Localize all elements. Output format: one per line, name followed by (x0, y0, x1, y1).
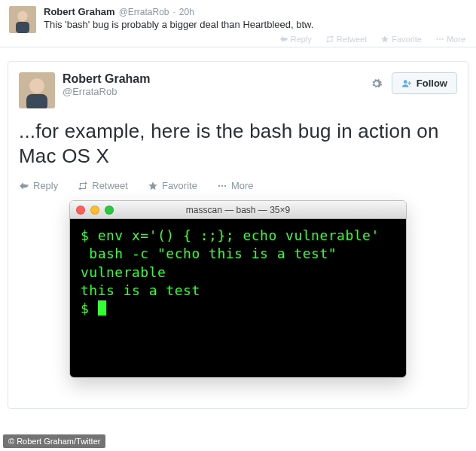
svg-point-7 (29, 78, 44, 93)
svg-point-4 (439, 38, 441, 40)
reply-icon (279, 35, 288, 44)
svg-rect-2 (16, 22, 29, 33)
retweet-icon (78, 181, 88, 191)
svg-rect-8 (26, 94, 47, 108)
author-name[interactable]: Robert Graham (44, 6, 115, 17)
reply-button[interactable]: Reply (279, 35, 312, 44)
more-button[interactable]: More (217, 180, 254, 191)
main-tweet: Robert Graham @ErrataRob Follow ...for e… (8, 61, 468, 409)
svg-point-11 (224, 184, 226, 186)
more-label: More (447, 35, 465, 44)
follow-button[interactable]: Follow (392, 72, 457, 94)
tweet-media[interactable]: masscan — bash — 35×9 $ env x='() { :;};… (69, 200, 407, 378)
terminal-cursor (98, 300, 106, 315)
retweet-label: Retweet (92, 180, 128, 191)
user-plus-icon (401, 78, 412, 89)
image-credit: © Robert Graham/Twitter (3, 434, 105, 448)
timestamp[interactable]: 20h (179, 7, 194, 17)
more-button[interactable]: More (435, 35, 465, 44)
terminal-titlebar: masscan — bash — 35×9 (70, 201, 406, 219)
parent-tweet[interactable]: Robert Graham @ErrataRob · 20h This 'bas… (0, 0, 476, 47)
avatar[interactable] (19, 72, 55, 108)
terminal-title: masscan — bash — 35×9 (70, 205, 406, 215)
reply-button[interactable]: Reply (19, 180, 58, 191)
star-icon (380, 35, 389, 44)
favorite-button[interactable]: Favorite (380, 35, 422, 44)
gear-icon[interactable] (371, 78, 383, 90)
author-name[interactable]: Robert Graham (63, 72, 150, 86)
more-label: More (231, 180, 254, 191)
terminal-body: $ env x='() { :;}; echo vulnerable' bash… (70, 219, 406, 377)
window-close-icon[interactable] (76, 206, 85, 215)
terminal-window: masscan — bash — 35×9 $ env x='() { :;};… (69, 200, 407, 378)
favorite-button[interactable]: Favorite (148, 180, 197, 191)
window-minimize-icon[interactable] (90, 206, 99, 215)
favorite-label: Favorite (392, 35, 422, 44)
favorite-label: Favorite (162, 180, 197, 191)
tweet-text: ...for example, here is the bash bug in … (19, 119, 457, 168)
dots-icon (217, 181, 227, 191)
follow-label: Follow (416, 78, 447, 89)
terminal-line: this is a test (81, 282, 200, 298)
terminal-line: vulnerable (81, 264, 166, 280)
retweet-label: Retweet (337, 35, 367, 44)
star-icon (148, 181, 158, 191)
reply-label: Reply (291, 35, 312, 44)
svg-point-3 (436, 38, 438, 40)
tweet-actions: Reply Retweet Favorite More (279, 35, 465, 44)
author-handle[interactable]: @ErrataRob (63, 86, 150, 97)
retweet-button[interactable]: Retweet (78, 180, 128, 191)
tweet-text: This 'bash' bug is probably a bigger dea… (44, 19, 467, 30)
svg-point-10 (221, 184, 223, 186)
terminal-line: $ (81, 300, 98, 316)
window-zoom-icon[interactable] (105, 206, 114, 215)
author-handle[interactable]: @ErrataRob (119, 7, 169, 17)
tweet-actions: Reply Retweet Favorite More (19, 180, 457, 191)
svg-point-5 (441, 38, 443, 40)
retweet-icon (325, 35, 334, 44)
terminal-line: $ env x='() { :;}; echo vulnerable' (81, 227, 380, 243)
retweet-button[interactable]: Retweet (325, 35, 367, 44)
dots-icon (435, 35, 444, 44)
terminal-line: bash -c "echo this is a test" (81, 245, 337, 261)
svg-point-1 (17, 11, 28, 22)
reply-icon (19, 181, 29, 191)
svg-point-9 (218, 184, 220, 186)
reply-label: Reply (33, 180, 58, 191)
time-sep: · (173, 7, 175, 17)
avatar[interactable] (9, 6, 36, 33)
